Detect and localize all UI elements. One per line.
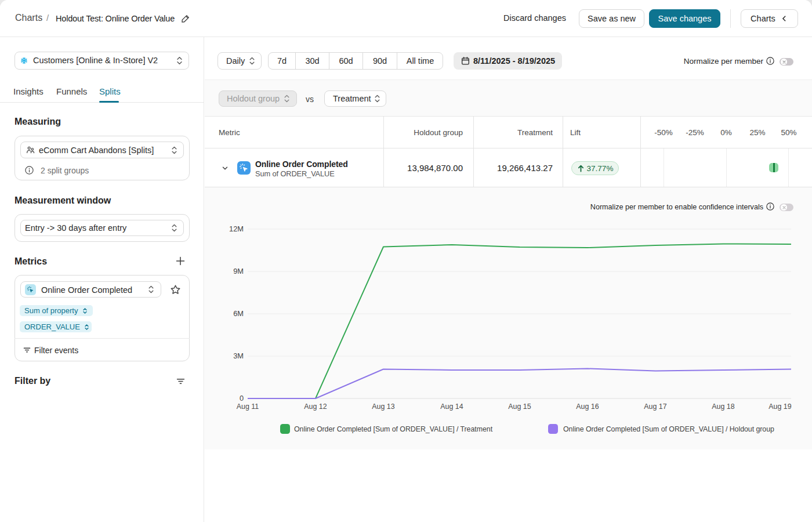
svg-text:9M: 9M [233, 267, 244, 276]
svg-text:Aug 16: Aug 16 [576, 403, 599, 411]
svg-text:Aug 15: Aug 15 [508, 403, 531, 411]
svg-text:12M: 12M [229, 224, 244, 233]
svg-text:Aug 17: Aug 17 [644, 403, 666, 411]
svg-text:6M: 6M [233, 309, 244, 318]
svg-text:Aug 18: Aug 18 [712, 403, 734, 411]
svg-text:Aug 19: Aug 19 [768, 403, 791, 411]
svg-text:Online Order Completed [Sum of: Online Order Completed [Sum of ORDER_VAL… [294, 425, 493, 433]
svg-text:Aug 12: Aug 12 [304, 403, 327, 411]
svg-text:3M: 3M [233, 351, 244, 360]
svg-text:0: 0 [240, 394, 244, 403]
svg-text:Online Order Completed [Sum of: Online Order Completed [Sum of ORDER_VAL… [563, 425, 774, 433]
svg-text:Aug 11: Aug 11 [237, 403, 259, 411]
svg-text:Aug 13: Aug 13 [372, 403, 394, 411]
svg-text:Aug 14: Aug 14 [440, 403, 463, 411]
